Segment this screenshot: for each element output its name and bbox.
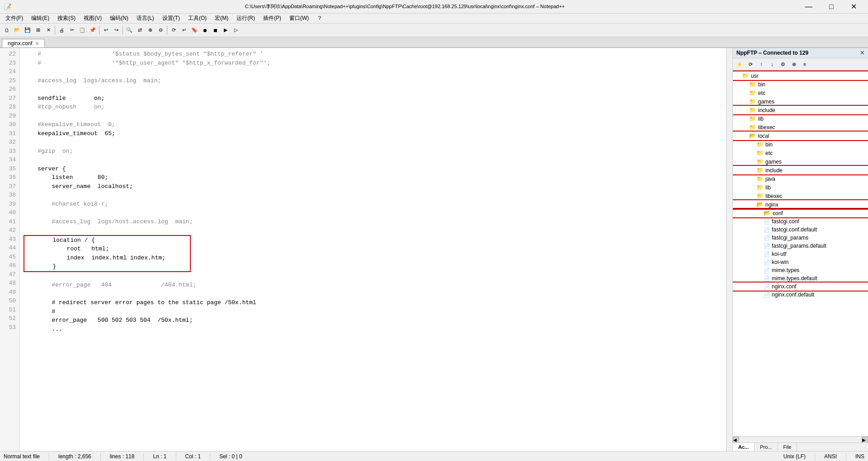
redo-button[interactable]: ↪ bbox=[111, 25, 121, 35]
bookmark-button[interactable]: 🔖 bbox=[189, 25, 199, 35]
menu-edit[interactable]: 编辑(E) bbox=[28, 14, 53, 23]
menu-help[interactable]: ？ bbox=[313, 14, 326, 23]
tree-item-usr[interactable]: 📁 usr bbox=[733, 71, 868, 80]
sync-button[interactable]: ⟳ bbox=[169, 25, 179, 35]
ln-46: 46 bbox=[4, 261, 16, 270]
file-icon: 📄 bbox=[764, 219, 770, 225]
maximize-button[interactable]: □ bbox=[821, 0, 842, 14]
tree-item-mime-types-default[interactable]: 📄 mime.types.default bbox=[733, 274, 868, 282]
zoom-in-button[interactable]: ⊕ bbox=[145, 25, 155, 35]
tree-item-nginx-conf[interactable]: 📄 nginx.conf bbox=[733, 282, 868, 291]
tree-item-koi-win[interactable]: 📄 koi-win bbox=[733, 258, 868, 266]
tabbar: nginx.conf ✕ bbox=[0, 37, 868, 48]
ln-28: 28 bbox=[4, 103, 16, 112]
tree-label-fastcgi-params: fastcgi_params bbox=[772, 235, 808, 241]
nppftp-abort-button[interactable]: ⊗ bbox=[789, 59, 799, 69]
nppftp-refresh-button[interactable]: ⟳ bbox=[745, 59, 755, 69]
tree-item-games1[interactable]: 📁 games bbox=[733, 97, 868, 106]
menu-window[interactable]: 窗口(W) bbox=[286, 14, 312, 23]
code-content[interactable]: # '$status $body_bytes_sent "$http_refer… bbox=[20, 48, 726, 451]
tree-item-libexec2[interactable]: 📁 libexec bbox=[733, 192, 868, 200]
tree-item-java[interactable]: 📁 java bbox=[733, 174, 868, 183]
nppftp-hscroll-right[interactable]: ► bbox=[862, 437, 868, 443]
tree-item-bin1[interactable]: 📁 bin bbox=[733, 80, 868, 89]
save-button[interactable]: 💾 bbox=[23, 25, 33, 35]
ln-42: 42 bbox=[4, 226, 16, 235]
nppftp-download-button[interactable]: ↓ bbox=[767, 59, 777, 69]
tree-item-libexec1[interactable]: 📁 libexec bbox=[733, 123, 868, 132]
tree-item-fastcgi-conf-default[interactable]: 📄 fastcgi.conf.default bbox=[733, 226, 868, 234]
tree-item-lib1[interactable]: 📁 lib bbox=[733, 114, 868, 123]
menu-search[interactable]: 搜索(S) bbox=[54, 14, 79, 23]
tab-nginx-conf[interactable]: nginx.conf ✕ bbox=[2, 39, 45, 47]
tree-item-nginx[interactable]: 📂 nginx bbox=[733, 200, 868, 209]
nppftp-close-icon[interactable]: ✕ bbox=[860, 50, 864, 56]
tree-item-etc2[interactable]: 📁 etc bbox=[733, 149, 868, 157]
ln-31: 31 bbox=[4, 129, 16, 138]
menu-view[interactable]: 视图(V) bbox=[80, 14, 105, 23]
menubar: 文件(F) 编辑(E) 搜索(S) 视图(V) 编码(N) 语言(L) 设置(T… bbox=[0, 14, 868, 24]
nppftp-queue-button[interactable]: ≡ bbox=[800, 59, 810, 69]
tree-item-lib2[interactable]: 📁 lib bbox=[733, 183, 868, 192]
tree-item-mime-types[interactable]: 📄 mime.types bbox=[733, 266, 868, 274]
menu-run[interactable]: 运行(R) bbox=[233, 14, 259, 23]
file-icon: 📄 bbox=[764, 276, 770, 282]
tree-item-include1[interactable]: 📁 include bbox=[733, 106, 868, 114]
tree-item-include2[interactable]: 📁 include bbox=[733, 166, 868, 174]
new-button[interactable]: 🗋 bbox=[2, 25, 12, 35]
close-button[interactable]: ✕ bbox=[844, 0, 864, 14]
menu-settings[interactable]: 设置(T) bbox=[159, 14, 184, 23]
nppftp-tab-activity[interactable]: Ac... bbox=[733, 443, 755, 451]
nppftp-tab-profile[interactable]: Pro... bbox=[755, 443, 778, 451]
tree-item-nginx-conf-default[interactable]: 📄 nginx.conf.default bbox=[733, 291, 868, 299]
undo-button[interactable]: ↩ bbox=[101, 25, 111, 35]
nppftp-hscroll[interactable]: ◄ ► bbox=[733, 436, 868, 442]
cut-button[interactable]: ✂ bbox=[67, 25, 77, 35]
save-all-button[interactable]: ⊞ bbox=[33, 25, 43, 35]
nppftp-connect-button[interactable]: ⚡ bbox=[735, 59, 745, 69]
titlebar: 📝 C:\Users\李阿玖\AppData\Roaming\Notepad++… bbox=[0, 0, 868, 14]
copy-button[interactable]: 📋 bbox=[77, 25, 87, 35]
tree-item-fastcgi-params-default[interactable]: 📄 fastcgi_params.default bbox=[733, 242, 868, 250]
tree-item-conf[interactable]: 📂 conf bbox=[733, 209, 868, 217]
print-button[interactable]: 🖨 bbox=[57, 25, 66, 35]
ln-29: 29 bbox=[4, 112, 16, 121]
close-button[interactable]: ✕ bbox=[43, 25, 53, 35]
tree-item-local[interactable]: 📂 local bbox=[733, 132, 868, 140]
paste-button[interactable]: 📌 bbox=[88, 25, 98, 35]
editor-scrollbar[interactable] bbox=[726, 48, 732, 451]
tree-item-fastcgi-params[interactable]: 📄 fastcgi_params bbox=[733, 234, 868, 242]
replace-button[interactable]: ⇄ bbox=[135, 25, 145, 35]
wrap-button[interactable]: ↵ bbox=[179, 25, 189, 35]
tree-item-etc1[interactable]: 📁 etc bbox=[733, 89, 868, 97]
menu-file[interactable]: 文件(F) bbox=[2, 14, 27, 23]
menu-macro[interactable]: 宏(M) bbox=[211, 14, 232, 23]
tree-item-bin2[interactable]: 📁 bin bbox=[733, 140, 868, 149]
tree-item-fastcgi-conf[interactable]: 📄 fastcgi.conf bbox=[733, 217, 868, 226]
find-button[interactable]: 🔍 bbox=[124, 25, 134, 35]
macro-play-button[interactable]: ▶ bbox=[221, 25, 231, 35]
editor[interactable]: 22 23 24 25 26 27 28 29 30 31 32 33 34 3… bbox=[0, 48, 732, 451]
nppftp-tab-file[interactable]: File bbox=[778, 443, 797, 451]
tab-close-icon[interactable]: ✕ bbox=[35, 41, 39, 46]
nppftp-hscroll-left[interactable]: ◄ bbox=[733, 437, 739, 443]
macro-stop-button[interactable]: ⏹ bbox=[210, 25, 220, 35]
nppftp-upload-button[interactable]: ↑ bbox=[756, 59, 766, 69]
status-sep-5 bbox=[210, 453, 210, 460]
tree-item-games2[interactable]: 📁 games bbox=[733, 157, 868, 166]
menu-language[interactable]: 语言(L) bbox=[133, 14, 158, 23]
ln-34: 34 bbox=[4, 155, 16, 165]
macro-rec-button[interactable]: ⏺ bbox=[200, 25, 210, 35]
menu-encoding[interactable]: 编码(N) bbox=[106, 14, 132, 23]
run-button[interactable]: ▷ bbox=[231, 25, 241, 35]
menu-tools[interactable]: 工具(O) bbox=[184, 14, 210, 23]
open-button[interactable]: 📂 bbox=[12, 25, 22, 35]
zoom-out-button[interactable]: ⊖ bbox=[156, 25, 165, 35]
status-ln: Ln : 1 bbox=[153, 453, 166, 460]
tree-item-koi-utf[interactable]: 📄 koi-utf bbox=[733, 250, 868, 258]
menu-plugins[interactable]: 插件(P) bbox=[259, 14, 285, 23]
code-area: 22 23 24 25 26 27 28 29 30 31 32 33 34 3… bbox=[0, 48, 732, 451]
folder-icon: 📁 bbox=[756, 175, 764, 182]
nppftp-settings-button[interactable]: ⚙ bbox=[778, 59, 788, 69]
minimize-button[interactable]: — bbox=[798, 0, 819, 14]
